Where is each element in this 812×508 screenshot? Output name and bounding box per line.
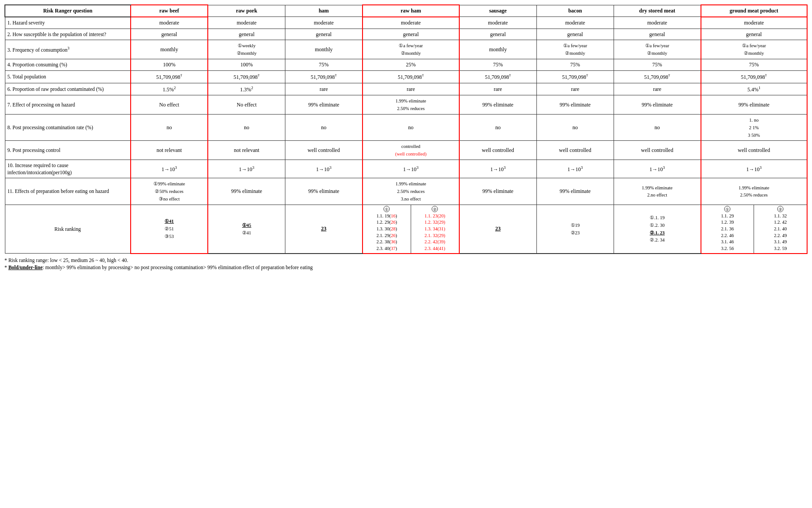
sausage-8: no <box>459 114 536 140</box>
raw-beef-1: moderate <box>131 17 208 29</box>
sausage-6: rare <box>459 83 536 95</box>
raw-pork-1: moderate <box>208 17 285 29</box>
table-row: 1. Hazard severity moderate moderate mod… <box>5 17 807 29</box>
raw-beef-11: ①99% eliminate②50% reduces③no effect <box>131 178 208 205</box>
raw-ham-9: controlled(well controlled) <box>363 141 459 160</box>
raw-beef-6: 1.5%2 <box>131 83 208 95</box>
ham-6: rare <box>285 83 363 95</box>
ham-ranking: 23 <box>285 205 363 254</box>
raw-beef-3: monthly <box>131 40 208 59</box>
sausage-ranking: 23 <box>459 205 536 254</box>
col-header-raw-pork: raw pork <box>208 5 285 17</box>
bacon-11: 99% eliminate <box>536 178 614 205</box>
raw-beef-ranking: ①41 ②51 ③53 <box>131 205 208 254</box>
sausage-7: 99% eliminate <box>459 95 536 115</box>
dry-stored-8: no <box>614 114 701 140</box>
table-row: 7. Effect of processing on hazard No eff… <box>5 95 807 115</box>
raw-pork-2: general <box>208 29 285 40</box>
ham-9: well controlled <box>285 141 363 160</box>
question-5: 5. Total population <box>5 70 131 83</box>
question-4: 4. Proportion consuming (%) <box>5 59 131 70</box>
bacon-7: 99% eliminate <box>536 95 614 115</box>
table-row: Risk ranking ①41 ②51 ③53 ①45 ②41 23 <box>5 205 807 254</box>
sausage-3: monthly <box>459 40 536 59</box>
col-header-bacon: bacon <box>536 5 614 17</box>
table-row: 2. How susceptible is the population of … <box>5 29 807 40</box>
raw-pork-11: 99% eliminate <box>208 178 285 205</box>
raw-pork-9: not relevant <box>208 141 285 160</box>
sausage-4: 75% <box>459 59 536 70</box>
footnotes-section: * Risk ranking range: low < 25, medium 2… <box>4 258 808 270</box>
raw-ham-4: 25% <box>363 59 459 70</box>
col-header-question: Risk Ranger question <box>5 5 131 17</box>
dry-stored-11: 1.99% eliminate2.no effect <box>614 178 701 205</box>
ground-meat-4: 75% <box>701 59 807 70</box>
table-row: 11. Effects of preparation before eating… <box>5 178 807 205</box>
raw-beef-2: general <box>131 29 208 40</box>
col-header-ground-meat: ground meat product <box>701 5 807 17</box>
question-8: 8. Post processing contamination rate (%… <box>5 114 131 140</box>
question-9: 9. Post processing control <box>5 141 131 160</box>
raw-beef-7: No effect <box>131 95 208 115</box>
question-11: 11. Effects of preparation before eating… <box>5 178 131 205</box>
ham-4: 75% <box>285 59 363 70</box>
raw-beef-4: 100% <box>131 59 208 70</box>
ground-meat-6: 5.4%1 <box>701 83 807 95</box>
ground-meat-9: well controlled <box>701 141 807 160</box>
raw-ham-ranking: ① 1.1. 19(16) 1.2. 29(26) 1.3. 30(28) 2.… <box>363 205 459 254</box>
bacon-9: well controlled <box>536 141 614 160</box>
ground-meat-5: 51,709,098† <box>701 70 807 83</box>
table-row: 10. Increase required to cause infection… <box>5 160 807 178</box>
table-row: 9. Post processing control not relevant … <box>5 141 807 160</box>
raw-ham-11: 1.99% eliminate2.50% reduces3.no effect <box>363 178 459 205</box>
raw-beef-10: 1→103 <box>131 160 208 178</box>
ground-meat-8: 1. no2 1%3 50% <box>701 114 807 140</box>
dry-stored-2: general <box>614 29 701 40</box>
raw-pork-5: 51,709,098† <box>208 70 285 83</box>
raw-ham-3: ①a few/year②monthly <box>363 40 459 59</box>
sausage-1: moderate <box>459 17 536 29</box>
raw-pork-8: no <box>208 114 285 140</box>
ground-meat-1: moderate <box>701 17 807 29</box>
bacon-2: general <box>536 29 614 40</box>
risk-ranger-table: Risk Ranger question raw beef raw pork h… <box>4 4 808 254</box>
col-header-dry-stored: dry stored meat <box>614 5 701 17</box>
dry-stored-5: 51,709,098† <box>614 70 701 83</box>
table-row: 8. Post processing contamination rate (%… <box>5 114 807 140</box>
ham-2: general <box>285 29 363 40</box>
ground-meat-3: ①a few/year②monthly <box>701 40 807 59</box>
raw-ham-5: 51,709,098† <box>363 70 459 83</box>
col-header-raw-ham: raw ham <box>363 5 459 17</box>
bacon-ranking: ①19 ②23 <box>536 205 614 254</box>
ham-8: no <box>285 114 363 140</box>
footnote-2: * Bold/under-line: monthly> 99% eliminat… <box>4 265 808 270</box>
raw-ham-2: general <box>363 29 459 40</box>
table-row: 6. Proportion of raw product contaminate… <box>5 83 807 95</box>
dry-stored-6: rare <box>614 83 701 95</box>
bacon-1: moderate <box>536 17 614 29</box>
bacon-8: no <box>536 114 614 140</box>
ham-10: 1→103 <box>285 160 363 178</box>
raw-pork-10: 1→103 <box>208 160 285 178</box>
bacon-3: ①a few/year②monthly <box>536 40 614 59</box>
dry-stored-4: 75% <box>614 59 701 70</box>
ground-meat-7: 99% eliminate <box>701 95 807 115</box>
col-header-ham: ham <box>285 5 363 17</box>
raw-pork-ranking: ①45 ②41 <box>208 205 285 254</box>
ground-meat-2: general <box>701 29 807 40</box>
ground-meat-11: 1.99% eliminate2.50% reduces <box>701 178 807 205</box>
table-row: 3. Frequency of consumption3 monthly ①we… <box>5 40 807 59</box>
sausage-5: 51,709,098† <box>459 70 536 83</box>
question-10: 10. Increase required to cause infection… <box>5 160 131 178</box>
ham-5: 51,709,098† <box>285 70 363 83</box>
dry-stored-7: 99% eliminate <box>614 95 701 115</box>
ham-11: 99% eliminate <box>285 178 363 205</box>
col-header-sausage: sausage <box>459 5 536 17</box>
question-6: 6. Proportion of raw product contaminate… <box>5 83 131 95</box>
table-row: 5. Total population 51,709,098† 51,709,0… <box>5 70 807 83</box>
question-risk-ranking: Risk ranking <box>5 205 131 254</box>
ham-3: monthly <box>285 40 363 59</box>
raw-pork-6: 1.3%2 <box>208 83 285 95</box>
question-2: 2. How susceptible is the population of … <box>5 29 131 40</box>
question-3: 3. Frequency of consumption3 <box>5 40 131 59</box>
